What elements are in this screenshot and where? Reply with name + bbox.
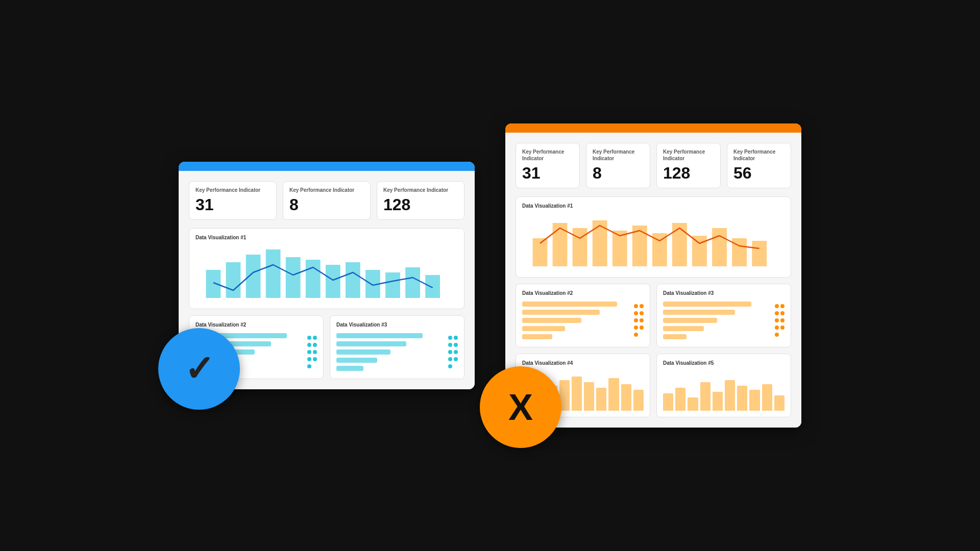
right-hbar-2 [522,310,600,315]
right-bar-line-svg [522,213,785,269]
right-hbar2-1 [663,302,751,307]
rdot2-1b [780,304,785,308]
rdot2-2b [780,311,785,315]
svg-rect-14 [573,228,587,266]
vbar2-1 [663,393,673,411]
right-hbar-dots2 [775,304,785,337]
dot2-3b [454,350,458,354]
left-chart3: Data Visualization #3 [330,315,464,379]
dot2-4a [448,357,452,361]
dot2-group-2 [448,343,458,347]
dot-group-5 [307,364,317,368]
vbar2-6 [725,380,735,411]
right-kpi-value-3: 128 [663,164,714,183]
dot2-group-3 [448,350,458,354]
right-kpi-box-4: Key Performance Indicator 56 [727,143,791,188]
svg-rect-11 [425,275,440,298]
left-bar-line-svg [195,244,458,300]
dot2-4b [454,357,458,361]
right-kpi-value-1: 31 [522,164,573,183]
svg-rect-13 [553,223,568,266]
rdot2-3b [780,318,785,322]
right-chart5-title: Data Visualization #5 [663,360,785,366]
dot-3b [313,350,317,354]
dot-group-1 [307,336,317,340]
kpi-box-2: Key Performance Indicator 8 [283,181,371,220]
dot2-1b [454,336,458,340]
vbar2-7 [737,386,747,411]
orange-header-bar [505,123,801,133]
rdot2-group-2 [775,311,785,315]
rdot-3b [640,318,644,322]
hbar2-3 [336,349,390,355]
svg-rect-19 [672,223,687,266]
right-hbar2-2 [663,310,735,315]
rdot2-4a [775,325,779,330]
rdot-group-3 [634,318,644,322]
hbar2-1 [336,333,423,338]
svg-rect-22 [732,238,747,266]
right-hbar2-5 [663,334,687,339]
right-vbar-container2 [663,370,785,411]
rdot2-3a [775,318,779,322]
svg-rect-5 [306,260,321,298]
rdot-group-5 [634,333,644,337]
right-kpi-value-4: 56 [733,164,785,183]
rdot2-2a [775,311,779,315]
rdot2-5a [775,333,779,337]
check-symbol: ✓ [184,348,214,390]
rdot2-group-5 [775,333,785,337]
right-hbar-1 [522,302,617,307]
x-symbol: X [508,386,533,428]
right-hbar-container2 [663,300,785,341]
x-badge: X [480,366,561,448]
vbar2-10 [774,395,785,411]
right-kpi-row: Key Performance Indicator 31 Key Perform… [516,143,791,188]
right-kpi-box-3: Key Performance Indicator 128 [656,143,721,188]
right-chart2: Data Visualization #2 [516,284,650,347]
rdot2-1a [775,304,779,308]
vbar-9 [621,384,631,411]
right-kpi-value-2: 8 [593,164,644,183]
svg-rect-6 [326,265,340,298]
svg-rect-15 [593,220,607,266]
svg-rect-21 [712,228,727,266]
svg-rect-3 [266,249,281,298]
left-chart2-title: Data Visualization #2 [195,322,317,328]
right-kpi-box-2: Key Performance Indicator 8 [586,143,650,188]
right-card-wrapper: Key Performance Indicator 31 Key Perform… [505,123,801,428]
rdot-2a [634,311,638,315]
left-hbar-dots2 [448,336,458,368]
right-hbar-dots [634,304,644,337]
dot2-3a [448,350,452,354]
main-container: Key Performance Indicator 31 Key Perform… [179,123,801,428]
vbar-8 [608,378,619,411]
right-kpi-box-1: Key Performance Indicator 31 [516,143,580,188]
right-hbars [522,302,630,339]
rdot2-group-1 [775,304,785,308]
rdot-group-2 [634,311,644,315]
right-chart3: Data Visualization #3 [656,284,791,347]
dot-group-3 [307,350,317,354]
hbar2-5 [336,366,363,371]
right-kpi-label-3: Key Performance Indicator [663,148,714,162]
dot-4b [313,357,317,361]
kpi-label-2: Key Performance Indicator [289,187,364,193]
rdot-4a [634,325,638,330]
left-hbars2 [336,333,444,371]
vbar2-5 [713,392,723,411]
rdot-group-4 [634,325,644,330]
vbar2-4 [700,382,710,411]
dot-group-2 [307,343,317,347]
right-hbars2 [663,302,771,339]
rdot-1a [634,304,638,308]
kpi-value-2: 8 [289,195,364,214]
vbar-10 [633,390,644,411]
svg-rect-10 [405,267,420,298]
svg-rect-12 [533,238,548,266]
right-hbar-4 [522,326,565,331]
dot-2a [307,343,311,347]
right-chart4-title: Data Visualization #4 [522,360,644,366]
vbar-5 [572,377,582,411]
kpi-value-3: 128 [383,195,458,214]
